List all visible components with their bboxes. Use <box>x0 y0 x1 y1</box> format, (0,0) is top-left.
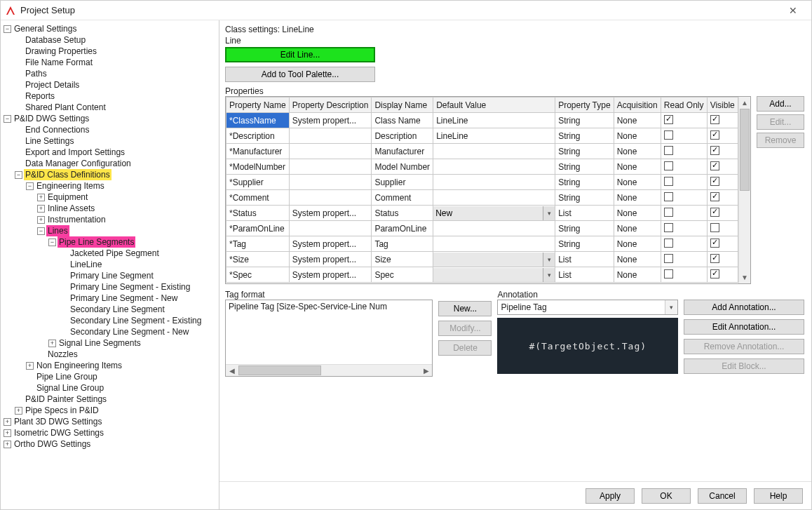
cell-visible[interactable] <box>707 221 738 236</box>
close-button[interactable]: ✕ <box>779 1 807 20</box>
cell-visible[interactable] <box>707 206 738 221</box>
cell-visible[interactable] <box>707 144 738 159</box>
cell-property-description[interactable] <box>289 144 372 159</box>
cell-property-description[interactable] <box>289 175 372 190</box>
cell-property-type[interactable]: String <box>555 128 614 144</box>
expand-icon[interactable]: + <box>37 194 45 201</box>
expand-icon[interactable]: + <box>15 407 22 415</box>
tree-signal-line-group[interactable]: Signal Line Group <box>35 382 105 394</box>
tree-isometric-dwg[interactable]: Isometric DWG Settings <box>13 427 105 438</box>
cell-display-name[interactable]: Comment <box>372 190 433 206</box>
tree-data-manager-config[interactable]: Data Manager Configuration <box>24 158 133 169</box>
cell-acquisition[interactable]: None <box>614 144 661 159</box>
cell-default-value[interactable] <box>433 236 555 252</box>
cell-read-only[interactable] <box>661 206 707 221</box>
cell-default-value[interactable] <box>433 144 555 159</box>
help-button[interactable]: Help <box>754 488 803 504</box>
cell-read-only[interactable] <box>661 236 707 252</box>
cell-visible[interactable] <box>707 159 738 175</box>
cell-default-value[interactable]: LineLine <box>433 128 555 144</box>
cell-acquisition[interactable]: None <box>614 267 661 283</box>
cell-display-name[interactable]: Tag <box>372 236 433 252</box>
expand-icon[interactable]: + <box>37 216 45 224</box>
scroll-down-icon[interactable]: ▼ <box>739 271 750 283</box>
cell-property-type[interactable]: List <box>555 267 614 283</box>
cell-default-value[interactable] <box>433 221 555 236</box>
cell-property-description[interactable]: System propert... <box>289 206 372 221</box>
expand-icon[interactable]: + <box>4 441 11 448</box>
cell-property-name[interactable]: *Comment <box>226 190 290 206</box>
tree-secondary-line-segment-new[interactable]: Secondary Line Segment - New <box>69 326 190 337</box>
cell-acquisition[interactable]: None <box>614 252 661 267</box>
tree-pid-class-definitions[interactable]: P&ID Class Definitions <box>24 169 111 180</box>
visible-checkbox[interactable] <box>710 115 719 124</box>
add-annotation-button[interactable]: Add Annotation... <box>684 300 804 315</box>
tree-pipe-line-segments[interactable]: Pipe Line Segments <box>57 236 135 248</box>
visible-checkbox[interactable] <box>710 146 719 155</box>
cell-default-value[interactable] <box>433 190 555 206</box>
collapse-icon[interactable]: − <box>26 182 34 190</box>
chevron-down-icon[interactable]: ▾ <box>543 206 555 220</box>
cell-display-name[interactable]: Manufacturer <box>372 144 433 159</box>
col-property-name[interactable]: Property Name <box>226 98 290 113</box>
read-only-checkbox[interactable] <box>664 130 673 140</box>
cell-property-description[interactable] <box>289 128 372 144</box>
scroll-left-icon[interactable]: ◀ <box>226 367 238 375</box>
cell-property-name[interactable]: *Size <box>226 252 290 267</box>
cell-acquisition[interactable]: None <box>614 128 661 144</box>
annotation-select[interactable]: Pipeline Tag ▾ <box>497 300 678 315</box>
collapse-icon[interactable]: − <box>4 115 11 123</box>
cell-visible[interactable] <box>707 128 738 144</box>
col-property-type[interactable]: Property Type <box>555 98 614 113</box>
cell-property-description[interactable]: System propert... <box>289 267 372 283</box>
read-only-checkbox[interactable] <box>664 239 673 248</box>
table-row[interactable]: *ClassNameSystem propert...Class NameLin… <box>226 113 738 128</box>
cell-property-name[interactable]: *Spec <box>226 267 290 283</box>
table-row[interactable]: *SizeSystem propert...Size▾ListNone <box>226 252 738 267</box>
tree-signal-line-segments[interactable]: Signal Line Segments <box>57 337 142 349</box>
tag-new-button[interactable]: New... <box>438 301 492 316</box>
cell-property-name[interactable]: *Tag <box>226 236 290 252</box>
cell-property-description[interactable] <box>289 159 372 175</box>
scroll-up-icon[interactable]: ▲ <box>739 97 750 109</box>
read-only-checkbox[interactable] <box>664 254 673 263</box>
cell-property-description[interactable] <box>289 221 372 236</box>
tag-format-horizontal-scrollbar[interactable]: ◀ ▶ <box>226 364 432 376</box>
cell-display-name[interactable]: Supplier <box>372 175 433 190</box>
tree-project-details[interactable]: Project Details <box>24 79 81 90</box>
tree-lineline[interactable]: LineLine <box>69 259 103 270</box>
collapse-icon[interactable]: − <box>48 239 56 246</box>
tree-shared-plant-content[interactable]: Shared Plant Content <box>24 102 107 113</box>
visible-checkbox[interactable] <box>710 239 719 248</box>
table-row[interactable]: *ModelNumberModel NumberStringNone <box>226 159 738 175</box>
cell-acquisition[interactable]: None <box>614 175 661 190</box>
table-row[interactable]: *SupplierSupplierStringNone <box>226 175 738 190</box>
read-only-checkbox[interactable] <box>664 269 673 279</box>
cell-acquisition[interactable]: None <box>614 236 661 252</box>
cell-default-value[interactable]: ▾ <box>433 206 555 221</box>
cell-property-name[interactable]: *Status <box>226 206 290 221</box>
collapse-icon[interactable]: − <box>37 227 45 235</box>
cell-acquisition[interactable]: None <box>614 113 661 128</box>
tree-primary-line-segment-new[interactable]: Primary Line Segment - New <box>69 293 179 304</box>
tree-inline-assets[interactable]: Inline Assets <box>46 203 96 214</box>
cell-property-type[interactable]: List <box>555 252 614 267</box>
tree-pid-painter-settings[interactable]: P&ID Painter Settings <box>24 394 108 405</box>
tree-jacketed-pipe-segment[interactable]: Jacketed Pipe Segment <box>69 248 161 259</box>
tree-line-settings[interactable]: Line Settings <box>24 135 75 147</box>
cell-read-only[interactable] <box>661 190 707 206</box>
cell-property-name[interactable]: *Description <box>226 128 290 144</box>
cell-property-type[interactable]: List <box>555 206 614 221</box>
edit-line-button[interactable]: Edit Line... <box>225 47 375 62</box>
read-only-checkbox[interactable] <box>664 115 673 124</box>
tree-export-import[interactable]: Export and Import Settings <box>24 147 126 158</box>
cell-default-value[interactable]: ▾ <box>433 252 555 267</box>
property-add-button[interactable]: Add... <box>757 96 804 112</box>
col-display-name[interactable]: Display Name <box>372 98 433 113</box>
tag-format-entry[interactable]: Pipeline Tag [Size-Spec-Service-Line Num <box>226 300 432 313</box>
cell-property-description[interactable] <box>289 190 372 206</box>
chevron-down-icon[interactable]: ▾ <box>665 300 677 314</box>
cell-visible[interactable] <box>707 236 738 252</box>
visible-checkbox[interactable] <box>710 177 719 186</box>
cell-property-name[interactable]: *ModelNumber <box>226 159 290 175</box>
